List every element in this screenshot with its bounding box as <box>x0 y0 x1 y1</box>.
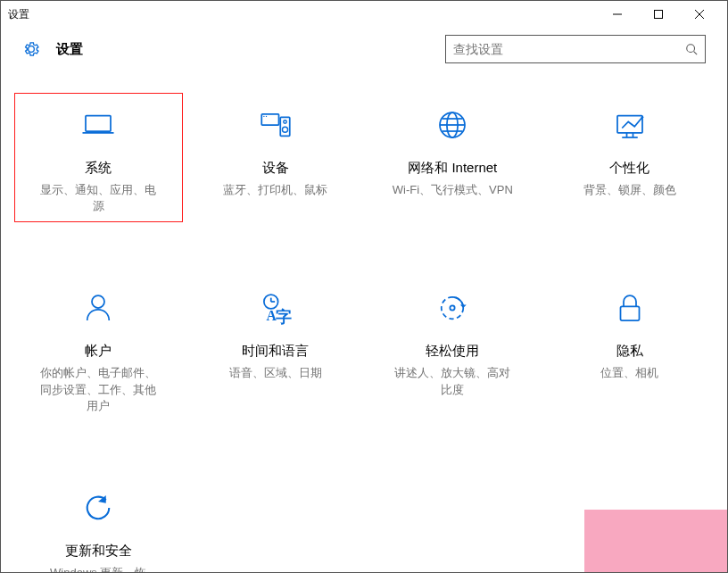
update-icon <box>15 487 182 528</box>
system-icon <box>15 104 182 145</box>
tile-network[interactable]: 网络和 InternetWi-Fi、飞行模式、VPN <box>364 88 542 227</box>
ease-icon <box>369 287 536 328</box>
watermark-overlay <box>584 510 727 572</box>
tile-title: 设备 <box>193 160 360 177</box>
devices-icon <box>193 104 360 145</box>
window-title: 设置 <box>8 7 29 22</box>
network-icon <box>369 104 536 145</box>
titlebar: 设置 <box>1 1 727 28</box>
svg-rect-6 <box>86 116 111 132</box>
svg-line-5 <box>694 52 698 55</box>
svg-point-10 <box>266 116 267 117</box>
tile-update[interactable]: 更新和安全Windows 更新、恢 <box>10 471 187 573</box>
tile-desc: Windows 更新、恢 <box>15 565 182 573</box>
svg-text:字: 字 <box>276 308 292 326</box>
tile-title: 帐户 <box>15 343 182 360</box>
tile-title: 轻松使用 <box>369 343 536 360</box>
svg-point-12 <box>284 120 287 124</box>
time-icon: A字 <box>193 287 360 328</box>
tile-time[interactable]: A字时间和语言语音、区域、日期 <box>187 271 365 427</box>
minimize-button[interactable] <box>597 1 638 28</box>
close-button[interactable] <box>679 1 720 28</box>
svg-rect-8 <box>261 114 278 125</box>
svg-point-23 <box>641 116 643 119</box>
gear-icon <box>22 40 40 58</box>
page-title: 设置 <box>56 41 83 58</box>
tile-devices[interactable]: 设备蓝牙、打印机、鼠标 <box>187 88 365 227</box>
settings-grid: 系统显示、通知、应用、电 源设备蓝牙、打印机、鼠标网络和 InternetWi-… <box>1 71 727 573</box>
tile-personalize[interactable]: 个性化背景、锁屏、颜色 <box>542 88 719 227</box>
svg-rect-33 <box>620 307 639 321</box>
tile-accounts[interactable]: 帐户你的帐户、电子邮件、 同步设置、工作、其他 用户 <box>10 271 187 427</box>
svg-rect-1 <box>655 11 663 19</box>
search-input[interactable] <box>453 42 685 56</box>
tile-title: 系统 <box>15 160 182 177</box>
svg-point-9 <box>263 116 264 117</box>
tile-title: 更新和安全 <box>15 543 182 560</box>
svg-rect-19 <box>617 116 642 133</box>
close-icon <box>695 10 704 19</box>
header: 设置 <box>1 28 727 71</box>
svg-point-24 <box>92 295 104 308</box>
search-icon <box>685 43 698 55</box>
tile-title: 时间和语言 <box>193 343 360 360</box>
privacy-icon <box>547 287 714 328</box>
tile-desc: 讲述人、放大镜、高对 比度 <box>369 365 536 397</box>
tile-privacy[interactable]: 隐私位置、相机 <box>542 271 719 427</box>
tile-title: 个性化 <box>547 160 714 177</box>
svg-point-4 <box>687 45 695 53</box>
tile-title: 隐私 <box>547 343 714 360</box>
tile-desc: 语音、区域、日期 <box>193 365 360 381</box>
accounts-icon <box>15 287 182 328</box>
tile-desc: Wi-Fi、飞行模式、VPN <box>369 182 536 198</box>
app-icon-wrap <box>17 40 46 58</box>
tile-desc: 你的帐户、电子邮件、 同步设置、工作、其他 用户 <box>15 365 182 414</box>
tile-system[interactable]: 系统显示、通知、应用、电 源 <box>10 88 187 227</box>
maximize-icon <box>654 10 663 19</box>
svg-point-13 <box>282 127 287 132</box>
personalize-icon <box>547 104 714 145</box>
tile-desc: 背景、锁屏、颜色 <box>547 182 714 198</box>
minimize-icon <box>613 10 622 19</box>
window-controls <box>597 1 720 28</box>
svg-point-32 <box>451 306 455 311</box>
maximize-button[interactable] <box>638 1 679 28</box>
tile-title: 网络和 Internet <box>369 160 536 177</box>
tile-desc: 蓝牙、打印机、鼠标 <box>193 182 360 198</box>
tile-desc: 位置、相机 <box>547 365 714 381</box>
svg-marker-31 <box>460 305 467 309</box>
left-edge-strip <box>0 28 1 572</box>
search-box[interactable] <box>445 35 706 63</box>
tile-desc: 显示、通知、应用、电 源 <box>15 182 182 214</box>
tile-ease[interactable]: 轻松使用讲述人、放大镜、高对 比度 <box>364 271 542 427</box>
